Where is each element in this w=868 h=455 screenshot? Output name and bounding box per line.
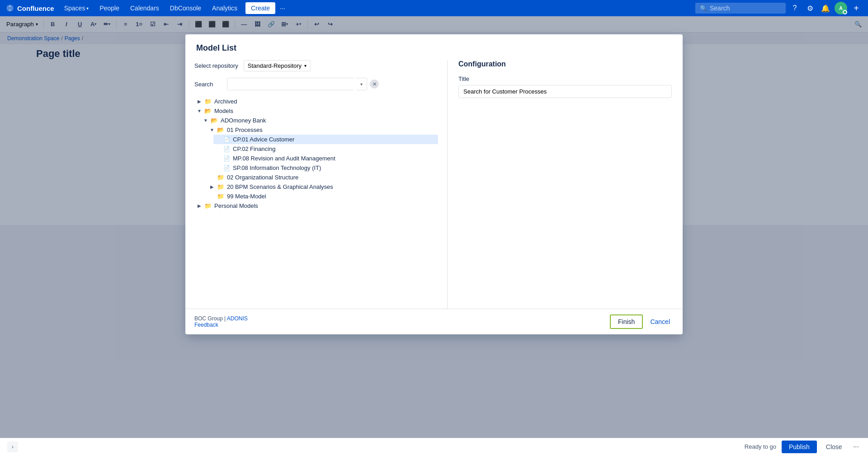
search-clear-button[interactable]: ✕ — [370, 80, 379, 89]
nav-more-button[interactable]: ··· — [277, 5, 288, 12]
modal-footer: BOC Group | ADONIS Feedback Finish Cance… — [185, 309, 683, 334]
tree-indent-processes: ▼ 📂 01 Processes 📄 CP.01 Advice Customer — [207, 125, 438, 201]
repository-value: Standard-Repository — [248, 62, 302, 69]
search-label: Search — [194, 81, 222, 88]
repository-row: Select repository Standard-Repository ▾ — [194, 60, 438, 71]
search-input[interactable] — [227, 78, 354, 90]
cancel-button[interactable]: Cancel — [646, 315, 674, 328]
tree-label-cp02: CP.02 Financing — [233, 145, 275, 152]
avatar[interactable]: A — [835, 2, 847, 14]
tree-toggle-adomoney[interactable]: ▼ — [203, 117, 209, 124]
tree-item-personal[interactable]: ▶ 📁 Personal Models — [194, 201, 438, 211]
model-tree: ▶ 📁 Archived ▼ 📂 Models ▼ 📂 — [194, 97, 438, 211]
top-navigation: Confluence Spaces ▾ People Calendars DbC… — [0, 0, 868, 16]
tree-item-sp08[interactable]: 📄 SP.08 Information Technology (IT) — [213, 163, 438, 173]
modal-left-panel: Select repository Standard-Repository ▾ … — [185, 60, 448, 309]
tree-item-cp02[interactable]: 📄 CP.02 Financing — [213, 144, 438, 154]
tree-label-scenarios: 20 BPM Scenarios & Graphical Analyses — [227, 183, 333, 190]
folder-icon-orgstructure: 📁 — [217, 174, 224, 181]
nav-people[interactable]: People — [95, 0, 124, 16]
tree-toggle-personal[interactable]: ▶ — [196, 203, 203, 209]
finish-button[interactable]: Finish — [610, 314, 643, 329]
footer-adonis-link[interactable]: ADONIS — [227, 315, 248, 322]
file-icon-cp02: 📄 — [223, 146, 230, 152]
tree-label-models: Models — [214, 108, 233, 114]
config-title-input[interactable] — [458, 85, 672, 98]
nav-analytics[interactable]: Analytics — [208, 0, 242, 16]
tree-indent-adomoney: ▼ 📂 ADOmoney Bank ▼ 📂 01 Processes — [201, 116, 438, 201]
settings-icon[interactable]: ⚙ — [804, 2, 816, 14]
tree-item-mp08[interactable]: 📄 MP.08 Revision and Audit Management — [213, 154, 438, 163]
help-icon[interactable]: ? — [788, 2, 801, 14]
tree-label-processes: 01 Processes — [227, 127, 263, 133]
tree-label-sp08: SP.08 Information Technology (IT) — [233, 164, 321, 171]
folder-icon-metamodel: 📁 — [217, 193, 224, 200]
notifications-icon[interactable]: 🔔 — [819, 2, 832, 14]
file-icon-sp08: 📄 — [223, 165, 230, 171]
tree-item-models[interactable]: ▼ 📂 Models — [194, 106, 438, 116]
model-list-modal: Model List Select repository Standard-Re… — [185, 34, 683, 334]
folder-icon-processes: 📂 — [217, 127, 224, 133]
footer-feedback-link[interactable]: Feedback — [194, 322, 218, 328]
tree-item-archived[interactable]: ▶ 📁 Archived — [194, 97, 438, 106]
modal-right-panel: Configuration Title — [448, 60, 683, 309]
repository-label: Select repository — [194, 62, 238, 69]
folder-icon-models: 📂 — [204, 108, 212, 114]
search-dropdown-button[interactable]: ▾ — [356, 78, 367, 90]
folder-icon-scenarios: 📁 — [217, 183, 224, 190]
add-icon[interactable]: + — [850, 2, 863, 14]
nav-create-button[interactable]: Create — [245, 2, 275, 14]
tree-toggle-archived[interactable]: ▶ — [196, 99, 203, 105]
file-icon-mp08: 📄 — [223, 155, 230, 162]
chevron-down-icon: ▾ — [304, 63, 307, 68]
tree-indent-process-items: 📄 CP.01 Advice Customer 📄 CP.02 Financin… — [213, 135, 438, 173]
tree-label-mp08: MP.08 Revision and Audit Management — [233, 155, 335, 162]
tree-label-archived: Archived — [214, 98, 237, 105]
tree-label-metamodel: 99 Meta-Model — [227, 193, 266, 200]
search-row: Search ▾ ✕ — [194, 78, 438, 90]
footer-company: BOC Group — [194, 315, 223, 322]
folder-icon-archived: 📁 — [204, 98, 212, 105]
tree-item-cp01[interactable]: 📄 CP.01 Advice Customer — [213, 135, 438, 144]
nav-right-area: 🔍 Search ? ⚙ 🔔 A + — [695, 2, 863, 14]
file-icon-cp01: 📄 — [223, 136, 230, 143]
modal-body: Select repository Standard-Repository ▾ … — [185, 60, 683, 309]
tree-label-orgstructure: 02 Organizational Structure — [227, 174, 298, 181]
modal-overlay: Model List Select repository Standard-Re… — [0, 16, 868, 437]
tree-item-processes[interactable]: ▼ 📂 01 Processes — [207, 125, 438, 135]
nav-calendars[interactable]: Calendars — [126, 0, 164, 16]
logo[interactable]: Confluence — [5, 4, 54, 13]
tree-toggle-scenarios[interactable]: ▶ — [209, 184, 215, 190]
search-bar[interactable]: 🔍 Search — [695, 3, 786, 14]
footer-actions: Finish Cancel — [610, 314, 674, 329]
tree-label-cp01: CP.01 Advice Customer — [233, 136, 294, 143]
avatar-status-dot — [843, 10, 847, 14]
nav-spaces[interactable]: Spaces ▾ — [60, 0, 94, 16]
search-input-row: ▾ ✕ — [227, 78, 379, 90]
folder-icon-adomoney: 📂 — [211, 117, 218, 124]
tree-toggle-processes[interactable]: ▼ — [209, 127, 215, 133]
tree-item-adomoney[interactable]: ▼ 📂 ADOmoney Bank — [201, 116, 438, 125]
nav-dbconsole[interactable]: DbConsole — [165, 0, 206, 16]
tree-item-scenarios[interactable]: ▶ 📁 20 BPM Scenarios & Graphical Analyse… — [207, 182, 438, 192]
tree-item-metamodel[interactable]: 📁 99 Meta-Model — [207, 192, 438, 201]
config-section-title: Configuration — [458, 60, 672, 68]
footer-info: BOC Group | ADONIS Feedback — [194, 315, 248, 328]
repository-select[interactable]: Standard-Repository ▾ — [244, 60, 311, 71]
tree-label-adomoney: ADOmoney Bank — [221, 117, 266, 124]
folder-icon-personal: 📁 — [204, 202, 212, 209]
tree-item-orgstructure[interactable]: 📁 02 Organizational Structure — [207, 173, 438, 182]
tree-toggle-models[interactable]: ▼ — [196, 108, 203, 114]
modal-title: Model List — [185, 34, 683, 60]
tree-label-personal: Personal Models — [214, 202, 258, 209]
config-title-label: Title — [458, 75, 672, 82]
